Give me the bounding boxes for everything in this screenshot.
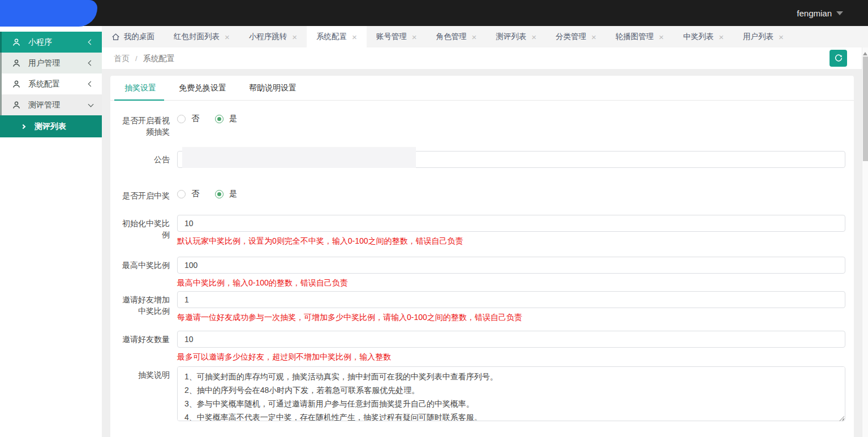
close-icon[interactable]: × (412, 33, 417, 41)
field-help-text: 每邀请一位好友成功参与一次抽奖，可增加多少中奖比例，请输入0-100之间的整数，… (177, 311, 845, 323)
tab-label: 中奖列表 (683, 32, 714, 42)
open-tabs-bar: 我的桌面 红包封面列表 × 小程序跳转 × 系统配置 × 账号管理 × 角色管理… (102, 26, 868, 47)
field-label: 邀请好友数量 (116, 331, 170, 362)
chevron-left-icon (88, 81, 94, 87)
notice-input[interactable] (177, 151, 845, 168)
radio-label: 是 (229, 189, 237, 199)
tab-my-desktop[interactable]: 我的桌面 (102, 26, 164, 47)
radio-checked-icon (215, 190, 224, 198)
video-draw-radio-no[interactable]: 否 (177, 114, 199, 124)
tab-system-config[interactable]: 系统配置 × (307, 26, 367, 47)
close-icon[interactable]: × (719, 33, 724, 41)
close-icon[interactable]: × (531, 33, 536, 41)
tab-carousel-management[interactable]: 轮播图管理 × (606, 26, 673, 47)
chevron-down-icon (88, 101, 94, 107)
invite-rate-input[interactable] (177, 291, 845, 308)
video-draw-radio-yes[interactable]: 是 (215, 114, 237, 124)
radio-label: 否 (191, 114, 199, 124)
radio-checked-icon (215, 115, 224, 123)
field-help-text: 默认玩家中奖比例，设置为0则完全不中奖，输入0-100之间的整数，错误自己负责 (177, 235, 845, 246)
form-row-video-draw: 是否开启看视频抽奖 否 是 (110, 112, 854, 137)
breadcrumb: 首页/系统配置 (102, 47, 868, 70)
tab-user-list[interactable]: 用户列表 × (733, 26, 793, 47)
radio-label: 否 (191, 189, 199, 199)
scroll-up-arrow-icon[interactable] (863, 50, 867, 55)
person-icon (12, 59, 21, 68)
tab-label: 系统配置 (316, 32, 347, 42)
max-rate-input[interactable] (177, 257, 845, 274)
person-icon (12, 80, 21, 89)
close-icon[interactable]: × (779, 33, 784, 41)
tab-account-management[interactable]: 账号管理 × (367, 26, 427, 47)
chevron-right-icon (21, 124, 25, 128)
sidebar-item-label: 用户管理 (28, 58, 89, 68)
field-label: 初始化中奖比例 (116, 215, 170, 246)
field-help-text: 最多可以邀请多少位好友，超过则不增加中奖比例，输入整数 (177, 351, 845, 362)
breadcrumb-home[interactable]: 首页 (114, 54, 130, 63)
sidebar-item-user-management[interactable]: 用户管理 (0, 53, 102, 73)
close-icon[interactable]: × (352, 33, 357, 41)
breadcrumb-separator: / (135, 54, 137, 63)
tab-miniprogram-jump[interactable]: 小程序跳转 × (239, 26, 307, 47)
tab-label: 账号管理 (376, 32, 407, 42)
tab-label: 用户列表 (743, 32, 774, 42)
tab-label: 我的桌面 (124, 32, 154, 42)
close-icon[interactable]: × (591, 33, 596, 41)
tab-label: 红包封面列表 (174, 32, 220, 42)
form-row-notice: 公告 (110, 151, 854, 168)
sidebar-subitem-label: 测评列表 (35, 122, 66, 132)
field-label: 是否开启中奖 (116, 187, 170, 201)
tab-lottery-settings[interactable]: 抽奖设置 (123, 76, 157, 100)
sidebar-item-evaluation-management[interactable]: 测评管理 (0, 94, 102, 115)
tab-winning-list[interactable]: 中奖列表 × (673, 26, 733, 47)
tab-category-management[interactable]: 分类管理 × (546, 26, 606, 47)
field-help-text: 最高中奖比例，输入0-100的整数，错误自己负责 (177, 277, 845, 288)
sidebar-item-miniprogram[interactable]: 小程序 (0, 32, 102, 53)
enable-win-radio-yes[interactable]: 是 (215, 189, 237, 199)
user-menu[interactable]: fengmian (797, 8, 843, 19)
tab-label: 抽奖设置 (124, 83, 156, 93)
breadcrumb-current: 系统配置 (143, 54, 175, 63)
tab-free-exchange-settings[interactable]: 免费兑换设置 (178, 76, 227, 100)
refresh-icon (834, 54, 843, 63)
close-icon[interactable]: × (292, 33, 297, 41)
radio-icon (177, 115, 186, 123)
tab-label: 免费兑换设置 (179, 83, 226, 93)
chevron-left-icon (88, 40, 94, 45)
chevron-down-icon (836, 11, 843, 19)
video-draw-radio-group: 否 是 (177, 112, 845, 124)
sidebar: 小程序 用户管理 系统配置 测评管理 测评列表 (0, 26, 102, 437)
lottery-settings-form: 是否开启看视频抽奖 否 是 公告 (110, 101, 854, 437)
tab-label: 帮助说明设置 (249, 83, 297, 93)
init-rate-input[interactable] (177, 215, 845, 232)
home-icon (111, 33, 120, 41)
tab-role-management[interactable]: 角色管理 × (427, 26, 487, 47)
radio-icon (177, 190, 186, 198)
field-label: 是否开启看视频抽奖 (116, 112, 170, 137)
chevron-left-icon (88, 60, 94, 66)
person-icon (12, 38, 21, 47)
tab-help-description-settings[interactable]: 帮助说明设置 (248, 76, 298, 100)
close-icon[interactable]: × (225, 33, 230, 41)
settings-tabs: 抽奖设置 免费兑换设置 帮助说明设置 (110, 76, 854, 101)
sidebar-subitem-evaluation-list[interactable]: 测评列表 (0, 115, 102, 137)
enable-win-radio-no[interactable]: 否 (177, 189, 199, 199)
field-label: 抽奖说明 (116, 366, 170, 423)
user-name: fengmian (797, 8, 832, 18)
scrollbar-thumb[interactable] (863, 57, 868, 161)
tab-label: 小程序跳转 (249, 32, 287, 42)
tab-label: 测评列表 (496, 32, 526, 42)
tab-evaluation-list[interactable]: 测评列表 × (486, 26, 546, 47)
tab-redpacket-cover-list[interactable]: 红包封面列表 × (164, 26, 239, 47)
close-icon[interactable]: × (472, 33, 477, 41)
vertical-scrollbar[interactable] (862, 47, 868, 437)
invite-count-input[interactable] (177, 331, 845, 348)
main-content: 抽奖设置 免费兑换设置 帮助说明设置 是否开启看视频抽奖 否 (102, 69, 868, 437)
field-label: 最高中奖比例 (116, 257, 170, 288)
close-icon[interactable]: × (659, 33, 664, 41)
draw-description-textarea[interactable]: 1、可抽奖封面的库存均可观，抽奖活动真实，抽中封面可在我的中奖列表中查看序列号。… (177, 366, 845, 421)
sidebar-item-system-config[interactable]: 系统配置 (0, 73, 102, 94)
sidebar-item-label: 测评管理 (28, 100, 89, 110)
logo (0, 0, 97, 27)
refresh-button[interactable] (830, 50, 847, 67)
